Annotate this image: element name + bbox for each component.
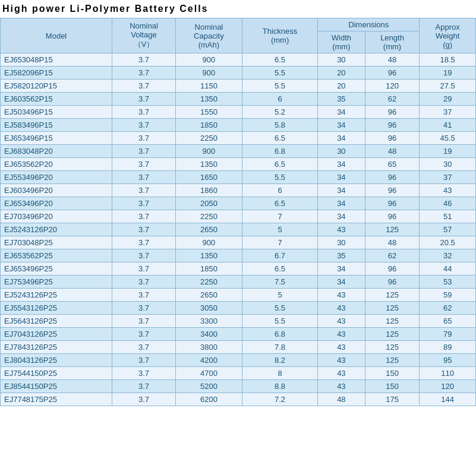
cell-model: EJ753496P25 (1, 276, 112, 289)
cell-thickness: 8.8 (242, 380, 317, 393)
cell-weight: 44 (420, 262, 476, 276)
cell-weight: 89 (420, 341, 476, 354)
cell-voltage: 3.7 (112, 158, 176, 171)
cell-model: EJ703048P25 (1, 236, 112, 249)
col-header-length: Length (mm) (365, 31, 420, 53)
cell-length: 96 (365, 210, 420, 223)
cell-width: 43 (318, 328, 365, 341)
cell-weight: 19 (420, 145, 476, 158)
cell-thickness: 8.2 (242, 354, 317, 367)
cell-thickness: 6.5 (242, 158, 317, 171)
table-row: EJ582096P153.79005.5209619 (1, 67, 476, 80)
cell-thickness: 6.5 (242, 132, 317, 145)
cell-model: EJ7544150P25 (1, 367, 112, 380)
cell-voltage: 3.7 (112, 380, 176, 393)
cell-capacity: 1860 (175, 184, 242, 197)
cell-voltage: 3.7 (112, 67, 176, 80)
cell-thickness: 5.5 (242, 80, 317, 93)
cell-weight: 59 (420, 289, 476, 302)
table-row: EJ683048P203.79006.8304819 (1, 145, 476, 158)
col-header-width: Width (mm) (318, 31, 365, 53)
cell-capacity: 5200 (175, 380, 242, 393)
cell-model: EJ553496P20 (1, 171, 112, 184)
cell-voltage: 3.7 (112, 367, 176, 380)
cell-width: 43 (318, 341, 365, 354)
cell-weight: 37 (420, 106, 476, 119)
cell-voltage: 3.7 (112, 93, 176, 106)
cell-length: 62 (365, 249, 420, 262)
cell-width: 35 (318, 93, 365, 106)
cell-width: 43 (318, 354, 365, 367)
cell-weight: 65 (420, 315, 476, 328)
cell-model: EJ7843126P25 (1, 341, 112, 354)
cell-length: 48 (365, 236, 420, 249)
cell-capacity: 1350 (175, 158, 242, 171)
cell-capacity: 1350 (175, 93, 242, 106)
cell-length: 125 (365, 341, 420, 354)
cell-voltage: 3.7 (112, 393, 176, 406)
col-header-capacity: Nominal Capacity (mAh) (175, 18, 242, 53)
cell-width: 43 (318, 223, 365, 236)
cell-thickness: 6.8 (242, 145, 317, 158)
cell-capacity: 2050 (175, 197, 242, 210)
cell-width: 34 (318, 197, 365, 210)
cell-capacity: 1550 (175, 106, 242, 119)
cell-thickness: 6 (242, 184, 317, 197)
cell-weight: 45.5 (420, 132, 476, 145)
cell-voltage: 3.7 (112, 302, 176, 315)
cell-capacity: 2250 (175, 276, 242, 289)
cell-capacity: 900 (175, 67, 242, 80)
cell-length: 125 (365, 354, 420, 367)
table-row: EJ653496P153.722506.5349645.5 (1, 132, 476, 145)
cell-thickness: 7 (242, 210, 317, 223)
table-row: EJ7748175P253.762007.248175144 (1, 393, 476, 406)
cell-thickness: 6.8 (242, 328, 317, 341)
table-row: EJ7544150P253.74700843150110 (1, 367, 476, 380)
table-row: EJ503496P153.715505.2349637 (1, 106, 476, 119)
cell-width: 34 (318, 158, 365, 171)
table-row: EJ553496P203.716505.5349637 (1, 171, 476, 184)
col-header-dimensions: Dimensions (318, 18, 420, 31)
cell-voltage: 3.7 (112, 223, 176, 236)
cell-width: 34 (318, 119, 365, 132)
cell-length: 125 (365, 328, 420, 341)
col-header-voltage: Nominal Voltage （V） (112, 18, 176, 53)
battery-table: Model Nominal Voltage （V） Nominal Capaci… (0, 18, 476, 406)
cell-weight: 32 (420, 249, 476, 262)
cell-length: 125 (365, 289, 420, 302)
cell-width: 35 (318, 249, 365, 262)
table-row: EJ653562P253.713506.7356232 (1, 249, 476, 262)
table-row: EJ653562P203.713506.5346530 (1, 158, 476, 171)
cell-length: 96 (365, 106, 420, 119)
cell-length: 65 (365, 158, 420, 171)
cell-width: 34 (318, 106, 365, 119)
table-row: EJ603562P153.713506356229 (1, 93, 476, 106)
cell-model: EJ5820120P15 (1, 80, 112, 93)
cell-length: 150 (365, 367, 420, 380)
cell-thickness: 5 (242, 223, 317, 236)
cell-length: 96 (365, 276, 420, 289)
cell-weight: 144 (420, 393, 476, 406)
cell-voltage: 3.7 (112, 249, 176, 262)
table-row: EJ5243126P253.7265054312559 (1, 289, 476, 302)
cell-length: 175 (365, 393, 420, 406)
cell-thickness: 5.5 (242, 67, 317, 80)
cell-thickness: 6 (242, 93, 317, 106)
cell-voltage: 3.7 (112, 106, 176, 119)
cell-capacity: 3300 (175, 315, 242, 328)
cell-length: 96 (365, 262, 420, 276)
cell-model: EJ5243126P25 (1, 289, 112, 302)
cell-capacity: 3800 (175, 341, 242, 354)
cell-length: 48 (365, 145, 420, 158)
cell-weight: 120 (420, 380, 476, 393)
cell-width: 30 (318, 53, 365, 67)
cell-weight: 43 (420, 184, 476, 197)
cell-model: EJ653562P20 (1, 158, 112, 171)
cell-voltage: 3.7 (112, 184, 176, 197)
cell-width: 34 (318, 171, 365, 184)
cell-voltage: 3.7 (112, 315, 176, 328)
cell-model: EJ603562P15 (1, 93, 112, 106)
cell-voltage: 3.7 (112, 119, 176, 132)
cell-capacity: 900 (175, 145, 242, 158)
cell-thickness: 5.5 (242, 171, 317, 184)
